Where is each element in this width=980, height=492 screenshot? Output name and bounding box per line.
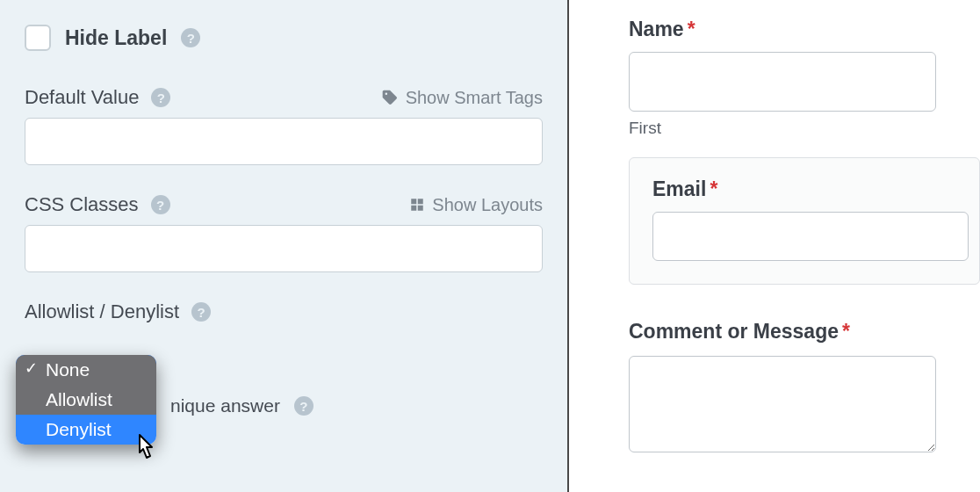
- show-layouts-button[interactable]: Show Layouts: [409, 195, 543, 215]
- preview-email-field: Email*: [629, 157, 980, 285]
- default-value-field: Default Value ? Show Smart Tags: [25, 86, 543, 165]
- email-input[interactable]: [652, 212, 969, 261]
- css-classes-label: CSS Classes: [25, 193, 139, 216]
- grid-icon: [409, 197, 425, 213]
- preview-comment-field: Comment or Message*: [629, 320, 980, 456]
- hide-label-row[interactable]: Hide Label ?: [25, 25, 543, 51]
- email-label: Email: [652, 177, 706, 200]
- dropdown-option-none[interactable]: None: [16, 355, 156, 385]
- default-value-label: Default Value: [25, 86, 139, 109]
- css-classes-input[interactable]: [25, 225, 543, 272]
- comment-label: Comment or Message: [629, 320, 839, 343]
- name-sublabel: First: [629, 119, 980, 138]
- field-settings-panel: Hide Label ? Default Value ? Show Smart …: [0, 0, 567, 492]
- help-icon[interactable]: ?: [181, 28, 200, 47]
- required-marker: *: [710, 177, 717, 200]
- dropdown-option-denylist[interactable]: Denylist: [16, 415, 156, 445]
- show-smart-tags-label: Show Smart Tags: [406, 88, 543, 108]
- required-marker: *: [842, 320, 850, 343]
- unique-answer-label: nique answer: [170, 395, 280, 416]
- allowlist-field: Allowlist / Denylist ?: [25, 300, 543, 323]
- hide-label-checkbox[interactable]: [25, 25, 51, 51]
- tag-icon: [381, 89, 399, 106]
- required-marker: *: [688, 18, 695, 40]
- form-preview: Name* First Email* Comment or Message*: [569, 0, 980, 492]
- help-icon[interactable]: ?: [151, 195, 170, 214]
- help-icon[interactable]: ?: [151, 88, 170, 107]
- preview-name-field: Name* First: [629, 18, 980, 138]
- hide-label-text: Hide Label: [65, 26, 167, 50]
- dropdown-option-allowlist[interactable]: Allowlist: [16, 385, 156, 415]
- allowlist-label: Allowlist / Denylist: [25, 300, 179, 323]
- default-value-input[interactable]: [25, 118, 543, 165]
- css-classes-field: CSS Classes ? Show Layouts: [25, 193, 543, 272]
- show-smart-tags-button[interactable]: Show Smart Tags: [381, 88, 543, 108]
- show-layouts-label: Show Layouts: [432, 195, 543, 215]
- help-icon[interactable]: ?: [191, 302, 211, 322]
- help-icon[interactable]: ?: [294, 396, 313, 416]
- allowlist-dropdown[interactable]: None Allowlist Denylist: [16, 355, 156, 445]
- name-label: Name: [629, 18, 684, 40]
- comment-input[interactable]: [629, 356, 936, 452]
- name-input[interactable]: [629, 52, 936, 112]
